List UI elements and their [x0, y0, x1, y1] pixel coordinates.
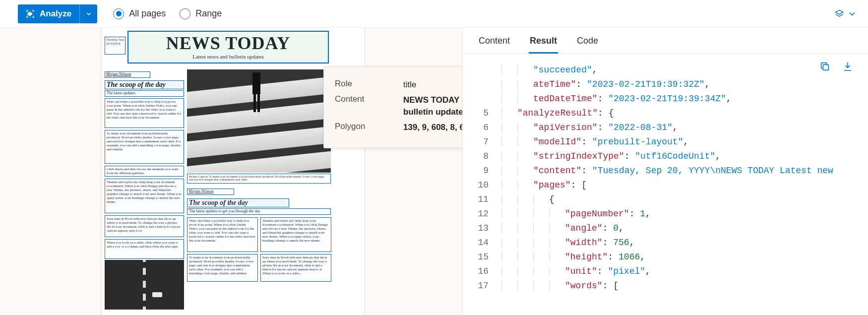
line-number: 17: [463, 279, 501, 293]
region-paragraph[interactable]: Video provides a powerful way to help yo…: [187, 217, 258, 252]
result-tabs: Content Result Code: [463, 28, 868, 54]
toolbar: Analyze All pages Range: [0, 0, 868, 28]
code-line: 7"modelId": "prebuilt-layout",: [463, 135, 868, 149]
radio-all-pages[interactable]: All pages: [113, 8, 166, 19]
radio-range-label: Range: [195, 8, 222, 19]
region-author-1[interactable]: Mirjam Nilsson: [105, 71, 150, 78]
document-image-road: [105, 260, 184, 310]
line-number: 5: [463, 106, 501, 121]
code-line: 6"apiVersion": "2022-08-31",: [463, 121, 868, 135]
title-main: NEWS TODAY: [128, 32, 328, 54]
tooltip-role-value: title: [403, 79, 463, 91]
tooltip-content-label: Content: [335, 94, 403, 119]
tooltip-polygon-label: Polygon: [335, 122, 403, 134]
analyze-button[interactable]: Analyze: [18, 4, 79, 23]
svg-rect-1: [30, 12, 31, 16]
analyze-icon: [26, 9, 35, 18]
tooltip-content-value: NEWS TODAY Latest news and bulletin upda…: [403, 94, 463, 119]
region-date[interactable]: Tuesday Sep 20 XXXX: [105, 37, 125, 55]
line-number: 14: [463, 236, 501, 250]
region-heading-1[interactable]: The scoop of the day: [105, 80, 184, 89]
line-number: 13: [463, 221, 501, 236]
tooltip-polygon-value: 139, 9, 608, 8, 608, 89, 139, 90: [403, 122, 463, 134]
region-paragraph[interactable]: To make your document look professionall…: [187, 254, 258, 282]
line-number: 11: [463, 192, 501, 207]
region-title[interactable]: NEWS TODAY Latest news and bulletin upda…: [127, 31, 329, 63]
region-paragraph[interactable]: Video provides a powerful way to help yo…: [105, 98, 184, 128]
radio-indicator-icon: [180, 8, 190, 19]
region-paragraph[interactable]: To make your document look professionall…: [105, 130, 184, 164]
region-paragraph[interactable]: Themes and styles also help keep your do…: [105, 179, 184, 213]
line-number: 7: [463, 135, 501, 149]
page-range-radio-group: All pages Range: [113, 8, 222, 19]
region-paragraph[interactable]: Themes and styles also help keep your do…: [260, 217, 331, 252]
svg-rect-0: [28, 12, 29, 15]
chevron-down-icon: [847, 9, 857, 19]
radio-range[interactable]: Range: [180, 8, 222, 19]
tab-content[interactable]: Content: [478, 33, 511, 54]
radio-indicator-icon: [113, 8, 124, 19]
json-code-viewer[interactable]: "succeeded",ateTime": "2023-02-21T19:39:…: [463, 54, 868, 293]
code-line: 8"stringIndexType": "utf16CodeUnit",: [463, 149, 868, 164]
code-line: 10"pages": [: [463, 178, 868, 192]
radio-all-pages-label: All pages: [129, 8, 166, 19]
line-number: 12: [463, 207, 501, 221]
code-line: 16"unit": "pixel",: [463, 264, 868, 279]
svg-rect-2: [31, 13, 32, 14]
line-number: 8: [463, 149, 501, 164]
code-line: 17"words": [: [463, 279, 868, 293]
result-pane: Content Result Code "succeeded",ateTime"…: [463, 28, 868, 315]
code-line: 9"content": "Tuesday, Sep 20, YYYY\nNEWS…: [463, 164, 868, 178]
chevron-down-icon: [85, 10, 92, 17]
code-line: ateTime": "2023-02-21T19:39:32Z",: [463, 77, 868, 92]
region-paragraph[interactable]: When you work on a table, click where yo…: [105, 239, 184, 259]
layers-icon: [834, 9, 844, 19]
line-number: 15: [463, 250, 501, 264]
document-image-crosswalk: [187, 69, 331, 173]
document-preview-pane[interactable]: Tuesday Sep 20 XXXX NEWS TODAY Latest ne…: [0, 28, 463, 315]
tooltip-role-label: Role: [335, 79, 403, 91]
tab-result[interactable]: Result: [529, 33, 558, 54]
code-line: tedDateTime": "2023-02-21T19:39:34Z",: [463, 92, 868, 106]
region-paragraph[interactable]: Save time in Word with new buttons that …: [105, 215, 184, 237]
line-number: [463, 92, 501, 106]
region-subheading-1[interactable]: The latest updates: [105, 90, 184, 97]
code-line: 14"width": 756,: [463, 236, 868, 250]
region-heading-2[interactable]: The scoop of the day: [187, 198, 289, 207]
tab-code[interactable]: Code: [576, 33, 599, 54]
code-line: 12"pageNumber": 1,: [463, 207, 868, 221]
line-number: [463, 63, 501, 77]
region-author-2[interactable]: Mirjam Nilsson: [187, 189, 234, 195]
line-number: 16: [463, 264, 501, 279]
title-sub: Latest news and bulletin updates: [128, 54, 328, 60]
line-number: [463, 77, 501, 92]
copy-icon[interactable]: [819, 61, 830, 72]
code-line: 13"angle": 0,: [463, 221, 868, 236]
code-line: 5"analyzeResult": {: [463, 106, 868, 121]
code-line: "succeeded",: [463, 63, 868, 77]
analyze-dropdown-button[interactable]: [79, 4, 97, 23]
analyze-label: Analyze: [40, 9, 71, 19]
region-paragraph[interactable]: Click Insert and then choose the element…: [105, 166, 184, 177]
line-number: 9: [463, 164, 501, 178]
code-line: 15"height": 1066,: [463, 250, 868, 264]
svg-rect-3: [823, 64, 828, 70]
region-tooltip: Role title Content NEWS TODAY Latest new…: [323, 66, 463, 148]
region-paragraph[interactable]: Save time in Word with new buttons that …: [260, 254, 331, 282]
region-subheading-2[interactable]: The latest updates to get you through th…: [187, 208, 331, 215]
download-icon[interactable]: [842, 61, 853, 72]
layers-dropdown-button[interactable]: [829, 6, 862, 22]
code-line: 11{: [463, 192, 868, 207]
line-number: 6: [463, 121, 501, 135]
line-number: 10: [463, 178, 501, 192]
region-caption[interactable]: Picture Caption: To make your document l…: [187, 174, 331, 184]
